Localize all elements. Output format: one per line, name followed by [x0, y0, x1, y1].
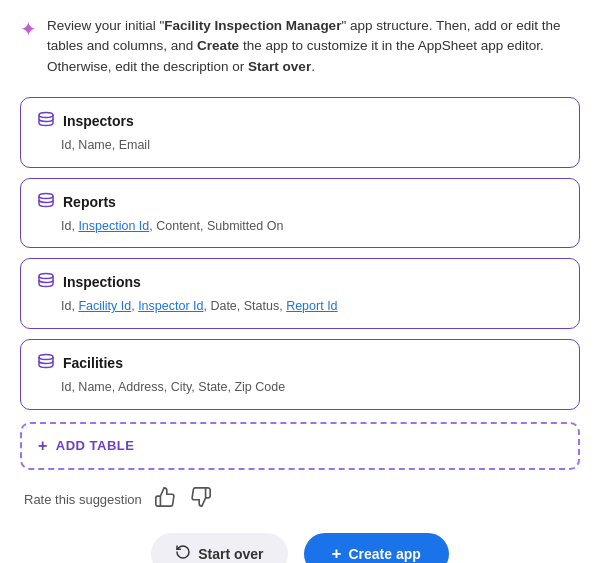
database-icon — [37, 110, 55, 132]
table-name-inspectors: Inspectors — [63, 113, 134, 129]
header-description: Review your initial "Facility Inspection… — [47, 16, 580, 77]
plus-icon: + — [38, 437, 48, 455]
rating-section: Rate this suggestion — [20, 484, 580, 515]
table-name-inspections: Inspections — [63, 274, 141, 290]
field-link-inspection-id[interactable]: Inspection Id — [78, 219, 149, 233]
field-link-facility-id[interactable]: Facility Id — [78, 299, 131, 313]
add-table-label: ADD TABLE — [56, 438, 135, 453]
database-icon — [37, 352, 55, 374]
table-fields-inspections: Id, Facility Id, Inspector Id, Date, Sta… — [37, 297, 563, 316]
create-app-label: Create app — [348, 546, 420, 562]
table-card-inspections: Inspections Id, Facility Id, Inspector I… — [20, 258, 580, 329]
svg-point-3 — [39, 355, 53, 360]
database-icon — [37, 271, 55, 293]
create-plus-icon: + — [332, 544, 342, 563]
thumbs-down-button[interactable] — [188, 484, 214, 515]
create-bold: Create — [197, 38, 239, 53]
table-fields-inspectors: Id, Name, Email — [37, 136, 563, 155]
star-icon: ✦ — [20, 17, 37, 41]
create-app-button[interactable]: + Create app — [304, 533, 449, 563]
svg-point-0 — [39, 112, 53, 117]
field-link-report-id[interactable]: Report Id — [286, 299, 337, 313]
action-buttons: Start over + Create app — [20, 533, 580, 563]
table-card-header: Inspectors — [37, 110, 563, 132]
refresh-icon — [175, 544, 191, 563]
app-name-bold: Facility Inspection Manager — [164, 18, 341, 33]
table-card-inspectors: Inspectors Id, Name, Email — [20, 97, 580, 168]
start-over-label: Start over — [198, 546, 263, 562]
table-card-header: Reports — [37, 191, 563, 213]
start-over-button[interactable]: Start over — [151, 533, 287, 563]
svg-point-1 — [39, 193, 53, 198]
table-card-header: Inspections — [37, 271, 563, 293]
table-card-header: Facilities — [37, 352, 563, 374]
svg-point-2 — [39, 274, 53, 279]
rating-label: Rate this suggestion — [24, 492, 142, 507]
thumbs-up-button[interactable] — [152, 484, 178, 515]
table-card-reports: Reports Id, Inspection Id, Content, Subm… — [20, 178, 580, 249]
tables-list: Inspectors Id, Name, Email Reports Id, I… — [20, 97, 580, 410]
add-table-button[interactable]: + ADD TABLE — [20, 422, 580, 470]
field-link-inspector-id[interactable]: Inspector Id — [138, 299, 203, 313]
table-name-facilities: Facilities — [63, 355, 123, 371]
header-section: ✦ Review your initial "Facility Inspecti… — [20, 16, 580, 77]
start-over-inline: Start over — [248, 59, 311, 74]
table-card-facilities: Facilities Id, Name, Address, City, Stat… — [20, 339, 580, 410]
table-fields-facilities: Id, Name, Address, City, State, Zip Code — [37, 378, 563, 397]
table-name-reports: Reports — [63, 194, 116, 210]
table-fields-reports: Id, Inspection Id, Content, Submitted On — [37, 217, 563, 236]
database-icon — [37, 191, 55, 213]
